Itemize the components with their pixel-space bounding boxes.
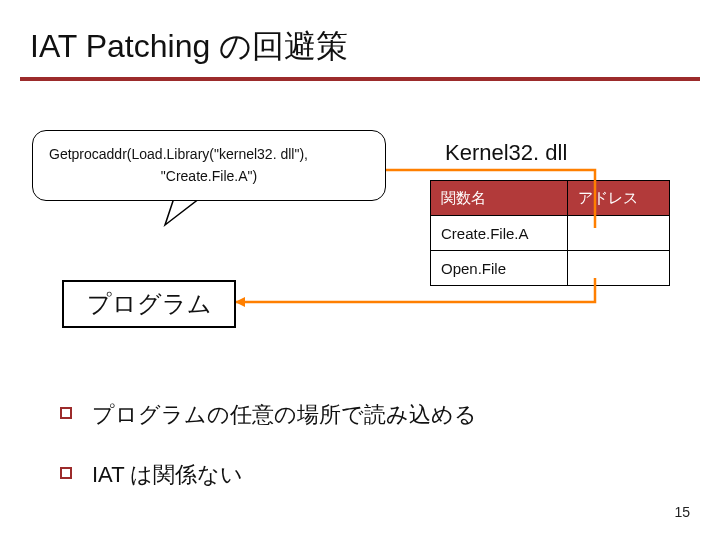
page-number: 15 [674, 504, 690, 520]
bullet-item: プログラムの任意の場所で読み込める [60, 400, 477, 430]
bullet-item: IAT は関係ない [60, 460, 477, 490]
title-underline [20, 77, 700, 81]
table-header-row: 関数名 アドレス [431, 181, 670, 216]
table-row: Create.File.A [431, 216, 670, 251]
program-box: プログラム [62, 280, 236, 328]
bullet-list: プログラムの任意の場所で読み込める IAT は関係ない [60, 400, 477, 520]
code-callout: Getprocaddr(Load.Library("kernel32. dll"… [32, 130, 386, 201]
col-addr-header: アドレス [567, 181, 669, 216]
dll-title: Kernel32. dll [445, 140, 567, 166]
callout-line1: Getprocaddr(Load.Library("kernel32. dll"… [49, 146, 308, 162]
callout-line2: "Create.File.A") [49, 165, 369, 187]
cell-addr [567, 251, 669, 286]
cell-func: Create.File.A [431, 216, 568, 251]
program-label: プログラム [87, 288, 212, 320]
export-table: 関数名 アドレス Create.File.A Open.File [430, 180, 670, 286]
col-func-header: 関数名 [431, 181, 568, 216]
cell-addr [567, 216, 669, 251]
slide-title: IAT Patching の回避策 [0, 0, 720, 77]
table-row: Open.File [431, 251, 670, 286]
cell-func: Open.File [431, 251, 568, 286]
